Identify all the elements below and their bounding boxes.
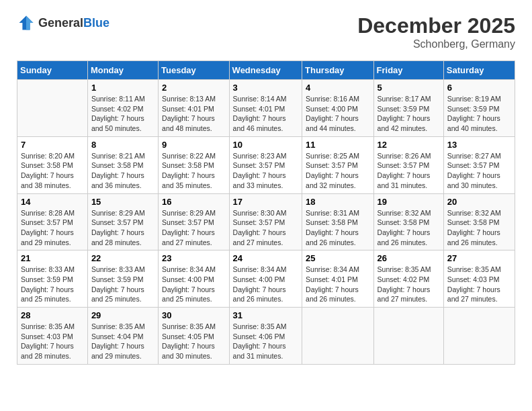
day-cell: 4Sunrise: 8:16 AM Sunset: 4:00 PM Daylig… (302, 80, 374, 137)
svg-marker-2 (26, 16, 34, 30)
day-number: 17 (233, 197, 298, 207)
day-number: 7 (21, 140, 84, 150)
day-cell: 13Sunrise: 8:27 AM Sunset: 3:57 PM Dayli… (443, 136, 515, 193)
day-number: 13 (447, 140, 511, 150)
header: General Blue December 2025 Schonberg, Ge… (17, 13, 515, 50)
day-info: Sunrise: 8:22 AM Sunset: 3:58 PM Dayligh… (162, 151, 226, 191)
day-number: 3 (233, 83, 298, 93)
day-cell: 21Sunrise: 8:33 AM Sunset: 3:59 PM Dayli… (17, 250, 88, 308)
day-info: Sunrise: 8:35 AM Sunset: 4:05 PM Dayligh… (162, 322, 226, 361)
day-cell: 2Sunrise: 8:13 AM Sunset: 4:01 PM Daylig… (159, 80, 230, 137)
weekday-header-tuesday: Tuesday (159, 61, 230, 80)
day-cell: 3Sunrise: 8:14 AM Sunset: 4:01 PM Daylig… (229, 80, 302, 137)
day-cell: 9Sunrise: 8:22 AM Sunset: 3:58 PM Daylig… (159, 136, 230, 193)
week-row-5: 28Sunrise: 8:35 AM Sunset: 4:03 PM Dayli… (17, 308, 515, 365)
week-row-4: 21Sunrise: 8:33 AM Sunset: 3:59 PM Dayli… (17, 250, 515, 308)
day-cell: 15Sunrise: 8:29 AM Sunset: 3:57 PM Dayli… (87, 193, 158, 250)
day-number: 10 (233, 140, 298, 150)
day-cell: 12Sunrise: 8:26 AM Sunset: 3:57 PM Dayli… (373, 136, 443, 193)
day-number: 30 (162, 310, 226, 320)
day-info: Sunrise: 8:13 AM Sunset: 4:01 PM Dayligh… (162, 94, 226, 134)
day-cell: 16Sunrise: 8:29 AM Sunset: 3:57 PM Dayli… (159, 193, 230, 250)
day-cell (373, 308, 443, 365)
day-number: 2 (162, 83, 226, 93)
day-cell: 8Sunrise: 8:21 AM Sunset: 3:58 PM Daylig… (87, 136, 158, 193)
week-row-3: 14Sunrise: 8:28 AM Sunset: 3:57 PM Dayli… (17, 193, 515, 250)
weekday-header-row: SundayMondayTuesdayWednesdayThursdayFrid… (17, 61, 515, 80)
day-number: 14 (21, 197, 84, 207)
day-info: Sunrise: 8:33 AM Sunset: 3:59 PM Dayligh… (91, 265, 154, 304)
day-info: Sunrise: 8:33 AM Sunset: 3:59 PM Dayligh… (21, 265, 84, 304)
day-cell: 19Sunrise: 8:32 AM Sunset: 3:58 PM Dayli… (373, 193, 443, 250)
day-info: Sunrise: 8:29 AM Sunset: 3:57 PM Dayligh… (91, 208, 154, 248)
day-number: 1 (91, 83, 154, 93)
day-number: 11 (306, 140, 370, 150)
day-cell: 1Sunrise: 8:11 AM Sunset: 4:02 PM Daylig… (87, 80, 158, 137)
day-info: Sunrise: 8:11 AM Sunset: 4:02 PM Dayligh… (91, 94, 154, 134)
logo: General Blue (17, 13, 109, 32)
day-number: 31 (233, 310, 298, 320)
day-info: Sunrise: 8:26 AM Sunset: 3:57 PM Dayligh… (378, 151, 440, 191)
weekday-header-sunday: Sunday (17, 61, 88, 80)
day-cell: 18Sunrise: 8:31 AM Sunset: 3:58 PM Dayli… (302, 193, 374, 250)
week-row-1: 1Sunrise: 8:11 AM Sunset: 4:02 PM Daylig… (17, 80, 515, 137)
weekday-header-thursday: Thursday (302, 61, 374, 80)
day-cell: 31Sunrise: 8:35 AM Sunset: 4:06 PM Dayli… (229, 308, 302, 365)
day-cell: 17Sunrise: 8:30 AM Sunset: 3:57 PM Dayli… (229, 193, 302, 250)
day-cell (302, 308, 374, 365)
day-cell: 28Sunrise: 8:35 AM Sunset: 4:03 PM Dayli… (17, 308, 88, 365)
day-number: 19 (378, 197, 440, 207)
day-info: Sunrise: 8:29 AM Sunset: 3:57 PM Dayligh… (162, 208, 226, 248)
day-cell: 11Sunrise: 8:25 AM Sunset: 3:57 PM Dayli… (302, 136, 374, 193)
day-cell: 14Sunrise: 8:28 AM Sunset: 3:57 PM Dayli… (17, 193, 88, 250)
weekday-header-friday: Friday (373, 61, 443, 80)
day-info: Sunrise: 8:32 AM Sunset: 3:58 PM Dayligh… (447, 208, 511, 248)
weekday-header-wednesday: Wednesday (229, 61, 302, 80)
logo-general-text: General (38, 16, 83, 30)
day-cell: 24Sunrise: 8:34 AM Sunset: 4:00 PM Dayli… (229, 250, 302, 308)
day-number: 22 (91, 253, 154, 263)
day-info: Sunrise: 8:34 AM Sunset: 4:01 PM Dayligh… (306, 265, 370, 304)
day-number: 4 (306, 83, 370, 93)
day-info: Sunrise: 8:35 AM Sunset: 4:04 PM Dayligh… (91, 322, 154, 361)
month-title: December 2025 (357, 13, 515, 38)
day-number: 20 (447, 197, 511, 207)
day-info: Sunrise: 8:28 AM Sunset: 3:57 PM Dayligh… (21, 208, 84, 248)
day-info: Sunrise: 8:30 AM Sunset: 3:57 PM Dayligh… (233, 208, 298, 248)
day-number: 6 (447, 83, 511, 93)
day-number: 16 (162, 197, 226, 207)
day-cell: 20Sunrise: 8:32 AM Sunset: 3:58 PM Dayli… (443, 193, 515, 250)
day-info: Sunrise: 8:34 AM Sunset: 4:00 PM Dayligh… (233, 265, 298, 304)
day-cell: 5Sunrise: 8:17 AM Sunset: 3:59 PM Daylig… (373, 80, 443, 137)
day-number: 18 (306, 197, 370, 207)
day-number: 12 (378, 140, 440, 150)
logo-icon (17, 13, 36, 32)
calendar-table: SundayMondayTuesdayWednesdayThursdayFrid… (17, 60, 515, 365)
location-title: Schonberg, Germany (357, 38, 515, 50)
day-info: Sunrise: 8:20 AM Sunset: 3:58 PM Dayligh… (21, 151, 84, 191)
day-info: Sunrise: 8:14 AM Sunset: 4:01 PM Dayligh… (233, 94, 298, 134)
day-cell: 7Sunrise: 8:20 AM Sunset: 3:58 PM Daylig… (17, 136, 88, 193)
day-cell (17, 80, 88, 137)
weekday-header-saturday: Saturday (443, 61, 515, 80)
day-cell: 6Sunrise: 8:19 AM Sunset: 3:59 PM Daylig… (443, 80, 515, 137)
day-number: 26 (378, 253, 440, 263)
day-cell: 26Sunrise: 8:35 AM Sunset: 4:02 PM Dayli… (373, 250, 443, 308)
day-info: Sunrise: 8:17 AM Sunset: 3:59 PM Dayligh… (378, 94, 440, 134)
day-cell: 27Sunrise: 8:35 AM Sunset: 4:03 PM Dayli… (443, 250, 515, 308)
day-number: 29 (91, 310, 154, 320)
day-info: Sunrise: 8:32 AM Sunset: 3:58 PM Dayligh… (378, 208, 440, 248)
day-number: 27 (447, 253, 511, 263)
day-info: Sunrise: 8:27 AM Sunset: 3:57 PM Dayligh… (447, 151, 511, 191)
day-info: Sunrise: 8:31 AM Sunset: 3:58 PM Dayligh… (306, 208, 370, 248)
day-number: 8 (91, 140, 154, 150)
weekday-header-monday: Monday (87, 61, 158, 80)
day-number: 24 (233, 253, 298, 263)
day-cell: 23Sunrise: 8:34 AM Sunset: 4:00 PM Dayli… (159, 250, 230, 308)
day-number: 23 (162, 253, 226, 263)
day-number: 9 (162, 140, 226, 150)
day-info: Sunrise: 8:35 AM Sunset: 4:03 PM Dayligh… (447, 265, 511, 304)
day-number: 21 (21, 253, 84, 263)
logo-blue-text: Blue (83, 16, 109, 30)
day-info: Sunrise: 8:25 AM Sunset: 3:57 PM Dayligh… (306, 151, 370, 191)
